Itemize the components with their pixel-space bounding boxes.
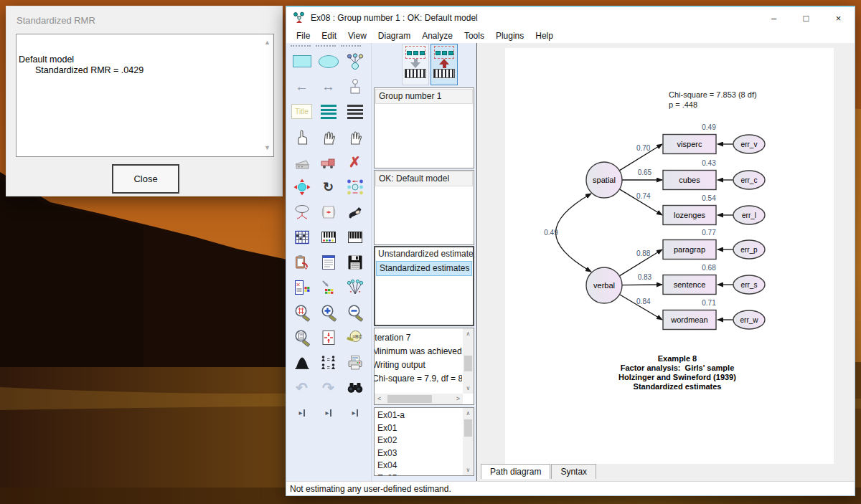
- file-list-item[interactable]: Ex04: [375, 460, 462, 472]
- scroll-up-arrow[interactable]: ∧: [463, 410, 474, 417]
- files-vertical-scrollbar[interactable]: ∧ ∨: [463, 408, 474, 475]
- minimize-button[interactable]: –: [758, 7, 790, 29]
- r2-value: 0.54: [702, 194, 716, 202]
- draw-ellipse-icon[interactable]: [315, 49, 342, 74]
- estimate-list-item[interactable]: Standardized estimates: [376, 261, 472, 276]
- loupe-icon[interactable]: ≡BC: [342, 325, 368, 350]
- scroll-down-arrow[interactable]: ∨: [463, 467, 474, 473]
- indicator-label: cubes: [679, 176, 700, 184]
- scroll-up-icon[interactable]: ▲: [264, 39, 270, 46]
- zoom-in-icon[interactable]: [315, 300, 342, 325]
- figure-caption-icon[interactable]: Title: [288, 99, 315, 124]
- error-label: err_p: [740, 246, 758, 254]
- menu-item-help[interactable]: Help: [530, 29, 559, 42]
- scroll-down-icon[interactable]: ▼: [264, 145, 270, 151]
- scroll-diagram-icon[interactable]: [315, 199, 342, 224]
- scrollbar-thumb[interactable]: [464, 356, 472, 371]
- expander-icon[interactable]: ▸: [342, 400, 368, 425]
- preserve-symmetries-icon[interactable]: [342, 275, 368, 300]
- menu-item-tools[interactable]: Tools: [458, 29, 490, 42]
- rmr-output-area[interactable]: Default model Standardized RMR = .0429 ▲…: [16, 34, 274, 157]
- add-unique-variable-icon[interactable]: [342, 74, 368, 99]
- select-all-objects-icon[interactable]: [315, 124, 342, 149]
- caption-line: Standardized estimates: [634, 382, 722, 391]
- close-button[interactable]: Close: [112, 164, 179, 194]
- menu-item-edit[interactable]: Edit: [316, 29, 342, 42]
- touch-up-icon[interactable]: [342, 199, 368, 224]
- scrollbar-thumb[interactable]: [387, 395, 432, 403]
- expander-icon[interactable]: ▸: [315, 400, 342, 425]
- messages-horizontal-scrollbar[interactable]: < >: [375, 394, 463, 404]
- loading-path-arrow[interactable]: [622, 285, 662, 285]
- move-parameter-icon[interactable]: [288, 199, 315, 224]
- draw-path-arrow-icon[interactable]: ←: [288, 74, 315, 99]
- messages-vertical-scrollbar[interactable]: ∧ ∨: [463, 328, 474, 394]
- file-list-item[interactable]: Ex03: [375, 447, 462, 460]
- save-diagram-icon[interactable]: [342, 249, 368, 275]
- close-window-button[interactable]: ×: [822, 7, 855, 29]
- maximize-button[interactable]: □: [790, 7, 822, 29]
- select-one-object-icon[interactable]: [288, 124, 315, 149]
- redo-icon[interactable]: ↷: [315, 375, 342, 400]
- scroll-up-arrow[interactable]: ∧: [463, 331, 474, 337]
- draw-covariance-icon[interactable]: ↔: [315, 74, 342, 99]
- drag-properties-icon[interactable]: [315, 275, 342, 300]
- model-list-item[interactable]: OK: Default model: [375, 171, 473, 186]
- reflect-indicators-icon[interactable]: [342, 174, 368, 199]
- title-bar[interactable]: Ex08 : Group number 1 : OK: Default mode…: [286, 7, 855, 29]
- calculate-estimates-icon[interactable]: [342, 224, 368, 249]
- draw-latent-variable-icon[interactable]: [342, 49, 368, 74]
- duplicate-objects-icon[interactable]: [288, 149, 315, 174]
- move-objects-icon[interactable]: [315, 149, 342, 174]
- expander-icon[interactable]: ▸: [288, 400, 315, 425]
- bayesian-icon[interactable]: [288, 350, 315, 375]
- scroll-left-arrow[interactable]: <: [377, 394, 381, 404]
- change-shape-icon[interactable]: [288, 174, 315, 199]
- erase-objects-icon[interactable]: ✗: [342, 149, 368, 174]
- file-list-item[interactable]: Ex05-a: [375, 472, 462, 476]
- group-list-item[interactable]: Group number 1: [375, 89, 473, 104]
- analysis-properties-icon[interactable]: [315, 224, 342, 249]
- scrollbar-thumb[interactable]: [464, 419, 472, 437]
- menu-item-view[interactable]: View: [342, 29, 372, 42]
- tab-syntax[interactable]: Syntax: [551, 464, 596, 479]
- menu-item-file[interactable]: File: [291, 29, 316, 42]
- multiple-group-icon[interactable]: [315, 350, 342, 375]
- copy-clipboard-icon[interactable]: [288, 249, 315, 275]
- file-list-item[interactable]: Ex01: [375, 422, 462, 435]
- scroll-down-arrow[interactable]: ∨: [463, 385, 474, 391]
- loading-value: 0.88: [636, 249, 651, 257]
- tab-path-diagram[interactable]: Path diagram: [481, 464, 550, 479]
- print-icon[interactable]: [342, 350, 368, 375]
- data-files-icon[interactable]: [288, 224, 315, 249]
- rotate-indicators-icon[interactable]: ↻: [315, 174, 342, 199]
- zoom-out-icon[interactable]: [342, 300, 368, 325]
- search-icon[interactable]: [342, 375, 368, 400]
- menu-bar: FileEditViewDiagramAnalyzeToolsPluginsHe…: [286, 29, 855, 43]
- fit-to-page-icon[interactable]: [315, 325, 342, 350]
- indicator-label: wordmean: [670, 315, 707, 324]
- view-output-diagram-button[interactable]: [430, 44, 458, 85]
- deselect-objects-icon[interactable]: [342, 124, 368, 149]
- menu-item-diagram[interactable]: Diagram: [372, 29, 416, 42]
- path-diagram-page[interactable]: Chi-square = 7.853 (8 df)p = .4480.490.7…: [505, 48, 834, 464]
- file-list-item[interactable]: Ex02: [375, 434, 462, 447]
- covariance-arrow[interactable]: [556, 194, 592, 272]
- list-data-variables-icon[interactable]: [342, 99, 368, 124]
- scroll-right-arrow[interactable]: >: [456, 394, 460, 404]
- list-model-variables-icon[interactable]: [315, 99, 342, 124]
- estimate-list-item[interactable]: Unstandardized estimates: [375, 247, 473, 261]
- object-properties-icon[interactable]: [288, 275, 315, 300]
- text-output-icon[interactable]: [315, 249, 342, 275]
- zoom-page-icon[interactable]: [288, 325, 315, 350]
- menu-item-analyze[interactable]: Analyze: [416, 29, 458, 42]
- menu-item-plugins[interactable]: Plugins: [490, 29, 530, 42]
- zoom-area-icon[interactable]: [288, 300, 315, 325]
- status-bar: Not estimating any user-defined estimand…: [286, 481, 855, 495]
- undo-icon[interactable]: ↶: [288, 375, 315, 400]
- caption-line: Factor analysis: Girls' sample: [621, 363, 735, 372]
- view-input-diagram-button[interactable]: [402, 44, 429, 85]
- draw-rectangle-icon[interactable]: [288, 49, 315, 74]
- file-list-item[interactable]: Ex01-a: [375, 409, 462, 422]
- amos-app-icon: [293, 11, 306, 24]
